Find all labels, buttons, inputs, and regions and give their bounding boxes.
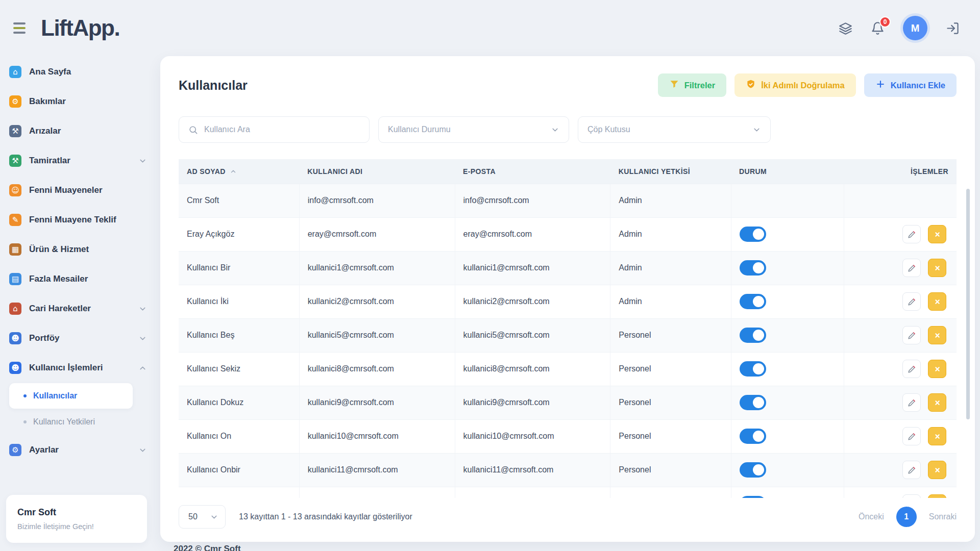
sidebar-item[interactable]: ▤ Fazla Mesailer — [9, 264, 147, 294]
edit-button[interactable] — [902, 225, 921, 243]
edit-button[interactable] — [902, 461, 921, 479]
trash-icon — [933, 398, 942, 408]
sidebar-item[interactable]: ⌂ Ana Sayfa — [9, 57, 147, 87]
delete-button[interactable] — [928, 461, 946, 479]
next-page-button[interactable]: Sonraki — [929, 512, 957, 521]
status-toggle[interactable] — [740, 260, 766, 276]
trash-icon — [933, 331, 942, 340]
search-input[interactable] — [204, 125, 360, 134]
cell-status — [731, 419, 844, 453]
sidebar-footer-card[interactable]: Cmr Soft Bizimle İletişime Geçin! — [6, 495, 147, 543]
delete-button[interactable] — [928, 494, 946, 498]
table-row: Kullanıcı İki kullanici2@cmrsoft.com kul… — [179, 285, 957, 318]
delete-button[interactable] — [928, 326, 946, 344]
cell-role: Personel — [610, 453, 731, 487]
two-step-verification-button[interactable]: İki Adımlı Doğrulama — [734, 73, 856, 97]
table-scrollbar[interactable] — [966, 189, 970, 419]
inspection-offer-icon: ✎ — [9, 214, 21, 226]
cell-actions — [844, 386, 957, 419]
layers-icon[interactable] — [839, 21, 852, 35]
status-toggle[interactable] — [740, 462, 766, 478]
column-header-actions[interactable]: İŞLEMLER — [844, 159, 957, 184]
column-header-role[interactable]: KULLANICI YETKİSİ — [610, 159, 731, 184]
cell-status — [731, 217, 844, 251]
trash-icon — [933, 230, 942, 239]
sidebar-item[interactable]: ⚒ Arızalar — [9, 116, 147, 146]
edit-button[interactable] — [902, 326, 921, 344]
status-toggle[interactable] — [740, 429, 766, 444]
status-toggle[interactable] — [740, 361, 766, 377]
user-status-select[interactable]: Kullanıcı Durumu — [378, 116, 569, 143]
users-card: Kullanıcılar Filtreler İki Adımlı Doğrul… — [160, 56, 975, 542]
table-row: Kullanıcı Bir kullanici1@cmrsoft.com kul… — [179, 251, 957, 285]
table-row: Kullanıcı Dokuz kullanici9@cmrsoft.com k… — [179, 386, 957, 419]
filters-button[interactable]: Filtreler — [658, 73, 727, 97]
sidebar-item[interactable]: ▦ Ürün & Hizmet — [9, 235, 147, 264]
sidebar-item[interactable]: ☻ Portföy — [9, 323, 147, 353]
cell-status — [731, 453, 844, 487]
edit-button[interactable] — [902, 360, 921, 378]
delete-button[interactable] — [928, 427, 946, 445]
status-toggle[interactable] — [740, 395, 766, 410]
cell-role: Admin — [610, 251, 731, 285]
cell-actions — [844, 419, 957, 453]
table-row: Kullanıcı Beş kullanici5@cmrsoft.com kul… — [179, 318, 957, 352]
status-toggle[interactable] — [740, 227, 766, 242]
menu-icon[interactable] — [13, 19, 31, 37]
accounts-icon: ⌂ — [9, 303, 21, 315]
prev-page-button[interactable]: Önceki — [859, 512, 884, 521]
sidebar-item[interactable]: ☺ Fenni Muayeneler — [9, 176, 147, 205]
top-actions: 0 M — [839, 16, 960, 40]
table-row: Kullanıcı Onbir kullanici11@cmrsoft.com … — [179, 453, 957, 487]
column-header-email[interactable]: E-POSTA — [455, 159, 610, 184]
cell-name: Kullanıcı On — [179, 419, 299, 453]
page-size-select[interactable]: 50 — [179, 505, 226, 529]
avatar[interactable]: M — [903, 16, 927, 40]
sidebar-subitem[interactable]: Kullanıcılar — [9, 383, 133, 409]
cell-actions — [844, 318, 957, 352]
status-toggle[interactable] — [740, 328, 766, 343]
cell-name: Kullanıcı İki — [179, 285, 299, 318]
delete-button[interactable] — [928, 393, 946, 412]
notifications-bell-icon[interactable]: 0 — [871, 21, 885, 35]
delete-button[interactable] — [928, 225, 946, 243]
app-root: LiftApp. 0 M ⌂ Ana Sayfa ⚙ Bakımlar — [0, 0, 980, 551]
delete-button[interactable] — [928, 360, 946, 378]
edit-button[interactable] — [902, 427, 921, 445]
sidebar-item[interactable]: ⚙ Ayarlar — [9, 435, 147, 465]
edit-button[interactable] — [902, 292, 921, 311]
edit-button[interactable] — [902, 259, 921, 277]
delete-button[interactable] — [928, 259, 946, 277]
cell-actions — [844, 217, 957, 251]
sidebar-item[interactable]: ⌂ Cari Hareketler — [9, 294, 147, 323]
logout-icon[interactable] — [946, 21, 960, 35]
table-row: Eray Açıkgöz eray@cmrsoft.com eray@cmrso… — [179, 217, 957, 251]
sidebar-subitem[interactable]: Kullanıcı Yetkileri — [9, 409, 133, 435]
sidebar-item[interactable]: ⚙ Bakımlar — [9, 87, 147, 116]
trash-icon — [933, 465, 942, 475]
pencil-icon — [907, 398, 917, 408]
pencil-icon — [907, 297, 917, 307]
cell-actions — [844, 487, 957, 498]
cell-role: Personel — [610, 352, 731, 386]
delete-button[interactable] — [928, 292, 946, 311]
table-viewport: AD SOYAD KULLANICI ADI E-POSTA KULLANICI… — [179, 159, 957, 498]
column-header-name[interactable]: AD SOYAD — [179, 159, 299, 184]
status-toggle[interactable] — [740, 294, 766, 309]
current-page-button[interactable]: 1 — [896, 507, 917, 527]
sidebar-item[interactable]: ⚒ Tamiratlar — [9, 146, 147, 176]
sidebar-item[interactable]: ✎ Fenni Muayene Teklif — [9, 205, 147, 235]
status-toggle[interactable] — [740, 496, 766, 498]
column-header-status[interactable]: DURUM — [731, 159, 844, 184]
cell-role: Admin — [610, 184, 731, 217]
cell-name: Kullanıcı Bir — [179, 251, 299, 285]
column-header-username[interactable]: KULLANICI ADI — [299, 159, 455, 184]
edit-button[interactable] — [902, 393, 921, 412]
add-user-button[interactable]: Kullanıcı Ekle — [864, 73, 957, 97]
sidebar-item[interactable]: ☻ Kullanıcı İşlemleri — [9, 353, 147, 383]
cell-actions — [844, 184, 957, 217]
edit-button[interactable] — [902, 494, 921, 498]
sidebar-footer-subtitle: Bizimle İletişime Geçin! — [17, 522, 136, 531]
trash-select[interactable]: Çöp Kutusu — [578, 116, 771, 143]
cell-email: kullanici11@cmrsoft.com — [455, 453, 610, 487]
